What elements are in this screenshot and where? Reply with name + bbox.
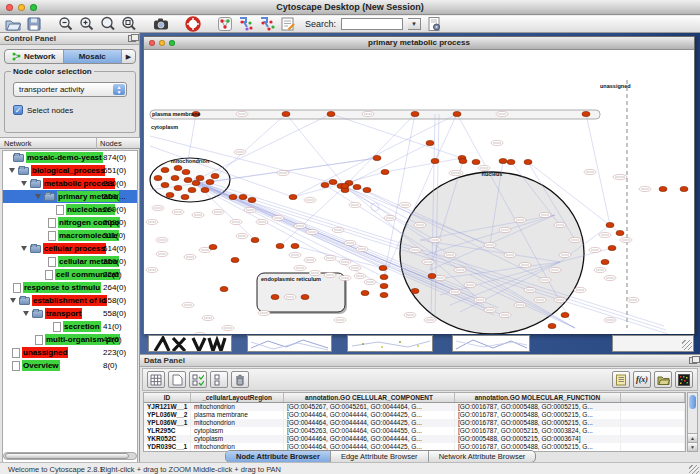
tree-row[interactable]: response to stimulu264(0) bbox=[3, 281, 137, 294]
snapshot-icon[interactable] bbox=[153, 16, 169, 32]
tree-row[interactable]: unassigned223(0) bbox=[3, 346, 137, 359]
app-titlebar[interactable]: Cytoscape Desktop (New Session) bbox=[0, 0, 700, 15]
network-node[interactable] bbox=[276, 243, 284, 248]
network-node[interactable] bbox=[472, 159, 480, 164]
delete-attribute-icon[interactable] bbox=[231, 371, 249, 388]
minimized-window-overview[interactable] bbox=[148, 335, 232, 352]
network-label[interactable]: establishment of lo bbox=[32, 295, 107, 306]
table-cell[interactable]: mitochondrion bbox=[191, 403, 284, 411]
tab-node-attribute-browser[interactable]: Node Attribute Browser bbox=[226, 451, 331, 462]
network-node[interactable] bbox=[174, 185, 182, 190]
network-node[interactable] bbox=[271, 294, 279, 299]
network-canvas[interactable]: plasma membranecytoplasmmitochondrionnuc… bbox=[144, 50, 694, 334]
network-node[interactable] bbox=[209, 244, 217, 249]
select-nodes-checkbox[interactable]: ✓ bbox=[13, 105, 23, 115]
disclosure-triangle-icon[interactable] bbox=[21, 181, 27, 186]
tab-network-attribute-browser[interactable]: Network Attribute Browser bbox=[429, 451, 536, 462]
table-cell[interactable]: YJR121W__1 bbox=[144, 403, 191, 411]
network-node[interactable] bbox=[361, 290, 369, 295]
scroll-up-icon[interactable]: ▲ bbox=[688, 433, 697, 442]
table-cell[interactable] bbox=[621, 419, 685, 427]
table-cell[interactable]: [GO:0044464, GO:0044444, GO:0044425, G..… bbox=[284, 419, 455, 427]
tree-row[interactable]: establishment of lo558(0) bbox=[3, 294, 137, 307]
network-node[interactable] bbox=[220, 286, 228, 291]
disclosure-triangle-icon[interactable] bbox=[35, 194, 41, 199]
network-node[interactable] bbox=[601, 259, 609, 264]
network-node[interactable] bbox=[154, 175, 162, 180]
scroll-down-icon[interactable]: ▼ bbox=[688, 442, 697, 451]
table-row[interactable]: YJR121W__1mitochondrion[GO:0045267, GO:0… bbox=[144, 403, 685, 411]
network-node[interactable] bbox=[616, 230, 624, 235]
zoom-in-icon[interactable] bbox=[79, 16, 95, 32]
table-cell[interactable]: [GO:0016787, GO:0005488, GO:0005215, G..… bbox=[455, 403, 621, 411]
table-cell[interactable]: YKR052C bbox=[144, 435, 191, 443]
tab-edge-attribute-browser[interactable]: Edge Attribute Browser bbox=[331, 451, 429, 462]
network-label[interactable]: secretion bbox=[63, 321, 101, 332]
network-node[interactable] bbox=[201, 187, 209, 192]
table-cell[interactable]: cytoplasm bbox=[191, 427, 284, 435]
network-label[interactable]: response to stimulu bbox=[23, 282, 101, 293]
network-node[interactable] bbox=[606, 222, 614, 227]
table-cell[interactable]: [GO:0005488, GO:0005215, GO:0003674] bbox=[455, 435, 621, 443]
attribute-matrix-icon[interactable] bbox=[675, 371, 693, 388]
table-cell[interactable]: [GO:0016787, GO:0005215, GO:0003824, G..… bbox=[455, 427, 621, 435]
tab-network[interactable]: Network bbox=[5, 50, 64, 63]
network-label[interactable]: biological_process bbox=[31, 165, 105, 176]
minimized-window-3[interactable] bbox=[452, 335, 530, 352]
table-cell[interactable]: [GO:0016787, GO:0005488, GO:0005215, G..… bbox=[455, 411, 621, 419]
network-node[interactable] bbox=[373, 155, 381, 160]
tree-row[interactable]: nucleobase-209(0) bbox=[3, 203, 137, 216]
float-panel-icon[interactable] bbox=[128, 35, 136, 42]
unselect-all-attributes-icon[interactable] bbox=[210, 371, 228, 388]
table-cell[interactable]: mitochondrion bbox=[191, 419, 284, 427]
tree-row[interactable]: nitrogen compo209(0) bbox=[3, 216, 137, 229]
network-node[interactable] bbox=[184, 177, 192, 182]
network-node[interactable] bbox=[231, 257, 239, 262]
network-node[interactable] bbox=[289, 194, 297, 199]
tree-row[interactable]: secretion41(0) bbox=[3, 320, 137, 333]
network-node[interactable] bbox=[680, 186, 688, 191]
search-options-icon[interactable] bbox=[426, 16, 442, 32]
table-cell[interactable]: plasma membrane bbox=[191, 411, 284, 419]
network-node[interactable] bbox=[426, 140, 434, 145]
network-node[interactable] bbox=[453, 111, 461, 116]
table-cell[interactable]: [GO:0044464, GO:0044446, GO:0044444, G..… bbox=[284, 435, 455, 443]
column-header[interactable]: _cellularLayoutRegion bbox=[191, 393, 284, 402]
network-node[interactable] bbox=[239, 194, 247, 199]
tree-row[interactable]: cellular process614(0) bbox=[3, 242, 137, 255]
network-node[interactable] bbox=[428, 273, 436, 278]
tree-row[interactable]: cellular metabo209(0) bbox=[3, 255, 137, 268]
tree-row[interactable]: transport558(0) bbox=[3, 307, 137, 320]
zoom-out-icon[interactable] bbox=[58, 16, 74, 32]
zoom-fit-icon[interactable] bbox=[100, 16, 116, 32]
disclosure-triangle-icon[interactable] bbox=[10, 298, 16, 303]
search-input[interactable] bbox=[341, 18, 403, 30]
table-cell[interactable]: YPL036W__1 bbox=[144, 419, 191, 427]
table-cell[interactable] bbox=[621, 443, 685, 451]
network-label[interactable]: cellular process bbox=[43, 243, 106, 254]
tree-horizontal-scrollbar[interactable] bbox=[3, 452, 137, 460]
disclosure-triangle-icon[interactable] bbox=[9, 168, 15, 173]
network-node[interactable] bbox=[321, 182, 329, 187]
network-node[interactable] bbox=[166, 192, 174, 197]
network-node[interactable] bbox=[341, 183, 349, 188]
scrollbar-thumb[interactable] bbox=[689, 395, 696, 409]
resize-grip-icon[interactable] bbox=[682, 340, 692, 350]
network-node[interactable] bbox=[659, 186, 667, 191]
apply-layout-b-icon[interactable] bbox=[259, 16, 275, 32]
minimized-window-1[interactable] bbox=[247, 335, 332, 352]
network-node[interactable] bbox=[499, 158, 507, 163]
minimized-window-2[interactable] bbox=[347, 335, 433, 352]
table-cell[interactable] bbox=[621, 435, 685, 443]
scrollbar-thumb[interactable] bbox=[5, 453, 129, 459]
table-vertical-scrollbar[interactable]: ▲ ▼ bbox=[687, 392, 698, 452]
tab-overflow-arrow[interactable]: ▶ bbox=[122, 50, 135, 63]
network-node[interactable] bbox=[431, 158, 439, 163]
tree-column-header[interactable]: Network Nodes bbox=[0, 137, 140, 149]
apply-layout-a-icon[interactable] bbox=[238, 16, 254, 32]
color-attribute-dropdown[interactable]: transporter activity ▲▼ bbox=[13, 82, 127, 97]
network-node[interactable] bbox=[380, 292, 388, 297]
network-node[interactable] bbox=[582, 111, 590, 116]
network-node[interactable] bbox=[459, 158, 467, 163]
network-label[interactable]: unassigned bbox=[22, 347, 68, 358]
